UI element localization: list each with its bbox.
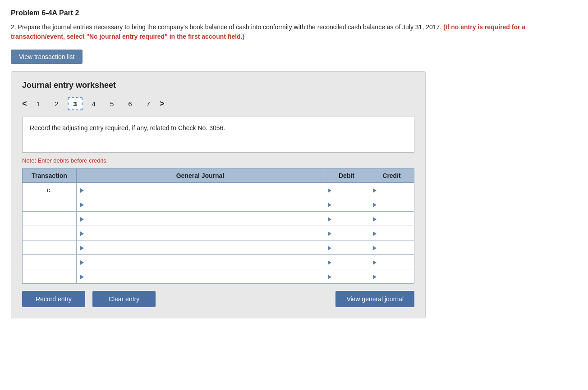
debit-cell[interactable]: [324, 269, 369, 284]
debit-indicator-icon: [328, 275, 331, 279]
credit-indicator-icon: [373, 217, 377, 222]
transaction-cell: [23, 226, 77, 240]
credit-indicator-icon: [373, 203, 377, 207]
row-indicator-icon: [80, 203, 84, 207]
col-header-general-journal: General Journal: [77, 169, 324, 183]
table-row: [23, 255, 414, 269]
credit-cell[interactable]: [369, 212, 414, 226]
view-transaction-list-button[interactable]: View transaction list: [11, 50, 83, 64]
credit-indicator-icon: [373, 246, 377, 250]
general-journal-cell[interactable]: [77, 240, 324, 255]
credit-cell[interactable]: [369, 240, 414, 255]
debit-indicator-icon: [328, 217, 331, 222]
debit-indicator-icon: [328, 188, 331, 193]
debit-indicator-icon: [328, 203, 331, 207]
col-header-debit: Debit: [324, 169, 369, 183]
instructions: 2. Prepare the journal entries necessary…: [11, 23, 552, 41]
credit-cell[interactable]: [369, 255, 414, 269]
row-indicator-icon: [80, 246, 84, 250]
tab-4[interactable]: 4: [87, 98, 101, 110]
credit-indicator-icon: [373, 231, 377, 236]
table-row: [23, 226, 414, 240]
next-tab-button[interactable]: >: [160, 99, 165, 109]
tab-5[interactable]: 5: [105, 98, 119, 110]
debit-cell[interactable]: [324, 240, 369, 255]
row-indicator-icon: [80, 231, 84, 236]
table-row: c.: [23, 183, 414, 197]
tab-7[interactable]: 7: [142, 98, 155, 110]
tabs-navigation: < 1 2 3 4 5 6 7 >: [22, 97, 414, 110]
table-row: [23, 212, 414, 226]
credit-cell[interactable]: [369, 183, 414, 197]
worksheet-title: Journal entry worksheet: [22, 81, 414, 90]
transaction-cell: [23, 197, 77, 212]
credit-cell[interactable]: [369, 269, 414, 284]
transaction-cell: [23, 240, 77, 255]
general-journal-cell[interactable]: [77, 226, 324, 240]
row-indicator-icon: [80, 188, 84, 193]
tab-1[interactable]: 1: [32, 98, 45, 110]
row-indicator-icon: [80, 275, 84, 279]
col-header-credit: Credit: [369, 169, 414, 183]
instruction-box: Record the adjusting entry required, if …: [22, 117, 414, 153]
instructions-text: 2. Prepare the journal entries necessary…: [11, 23, 441, 31]
problem-title: Problem 6-4A Part 2: [11, 9, 577, 17]
general-journal-cell[interactable]: [77, 183, 324, 197]
transaction-cell: [23, 269, 77, 284]
note-text: Note: Enter debits before credits.: [22, 157, 414, 164]
credit-indicator-icon: [373, 275, 377, 279]
transaction-cell: [23, 255, 77, 269]
general-journal-cell[interactable]: [77, 197, 324, 212]
debit-cell[interactable]: [324, 212, 369, 226]
col-header-transaction: Transaction: [23, 169, 77, 183]
transaction-cell: [23, 212, 77, 226]
debit-cell[interactable]: [324, 183, 369, 197]
general-journal-cell[interactable]: [77, 255, 324, 269]
bottom-buttons: Record entry Clear entry View general jo…: [22, 291, 414, 307]
worksheet-container: Journal entry worksheet < 1 2 3 4 5 6 7 …: [11, 71, 426, 318]
general-journal-cell[interactable]: [77, 269, 324, 284]
debit-cell[interactable]: [324, 197, 369, 212]
debit-indicator-icon: [328, 260, 331, 265]
row-indicator-icon: [80, 260, 84, 265]
tab-6[interactable]: 6: [123, 98, 137, 110]
journal-table: Transaction General Journal Debit Credit…: [22, 168, 414, 284]
debit-cell[interactable]: [324, 226, 369, 240]
credit-cell[interactable]: [369, 226, 414, 240]
general-journal-cell[interactable]: [77, 212, 324, 226]
tab-2[interactable]: 2: [50, 98, 63, 110]
view-general-journal-button[interactable]: View general journal: [335, 291, 414, 307]
row-indicator-icon: [80, 217, 84, 222]
table-row: [23, 269, 414, 284]
credit-cell[interactable]: [369, 197, 414, 212]
transaction-cell: c.: [23, 183, 77, 197]
instruction-text: Record the adjusting entry required, if …: [30, 124, 225, 132]
table-row: [23, 240, 414, 255]
credit-indicator-icon: [373, 188, 377, 193]
credit-indicator-icon: [373, 260, 377, 265]
record-entry-button[interactable]: Record entry: [22, 291, 85, 307]
prev-tab-button[interactable]: <: [22, 99, 27, 109]
tab-3[interactable]: 3: [68, 97, 82, 110]
debit-cell[interactable]: [324, 255, 369, 269]
debit-indicator-icon: [328, 246, 331, 250]
debit-indicator-icon: [328, 231, 331, 236]
clear-entry-button[interactable]: Clear entry: [92, 291, 156, 307]
table-row: [23, 197, 414, 212]
